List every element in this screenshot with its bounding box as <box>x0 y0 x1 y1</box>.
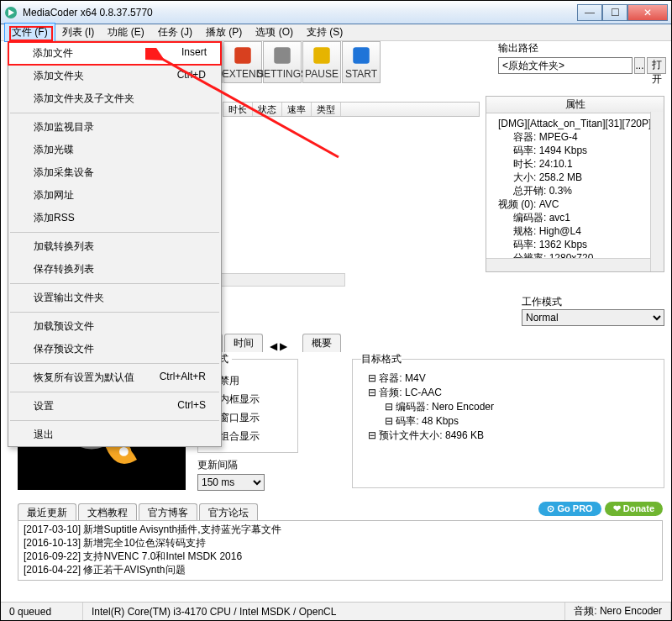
filelist-columns: 时长 状态 速率 类型 <box>223 102 480 117</box>
menuitem[interactable]: 恢复所有设置为默认值Ctrl+Alt+R <box>8 366 221 389</box>
output-label: 输出路径 <box>498 41 666 55</box>
update-interval-group: 更新间隔 150 ms <box>197 458 298 491</box>
menuitem[interactable]: 添加RSS <box>8 207 221 229</box>
news-item: [2017-03-10] 新增Suptitle Avisynth插件,支持蓝光字… <box>24 523 657 536</box>
bottom-tabs: 最近更新 文档教程 官方博客 官方论坛 <box>18 503 260 522</box>
col-type[interactable]: 类型 <box>312 103 341 116</box>
svg-rect-3 <box>274 47 291 64</box>
menu-file[interactable]: 文件 (F) <box>4 23 55 42</box>
target-line: ⊟ 容器: M4V <box>361 371 655 386</box>
app-icon <box>4 6 18 19</box>
news-box: [2017-03-10] 新增Suptitle Avisynth插件,支持蓝光字… <box>18 520 663 581</box>
output-browse-button[interactable]: ... <box>634 57 645 74</box>
update-interval-select[interactable]: 150 ms <box>197 474 265 491</box>
property-line: 规格: High@L4 <box>490 224 660 238</box>
toolbar-settings-button[interactable]: SETTINGS <box>263 41 302 83</box>
menuitem[interactable]: 添加监视目录 <box>8 116 221 139</box>
output-path-input[interactable] <box>498 57 633 74</box>
property-line: 容器: MPEG-4 <box>490 130 660 144</box>
menuitem[interactable]: 加载预设文件 <box>8 315 221 338</box>
menu-list[interactable]: 列表 (I) <box>55 24 102 41</box>
toolbar-pause-button[interactable]: PAUSE <box>302 41 341 83</box>
properties-header: 属性 <box>486 97 664 113</box>
btab-docs[interactable]: 文档教程 <box>78 503 137 522</box>
news-item: [2016-10-13] 新增完全10位色深转码支持 <box>24 536 657 550</box>
file-menu-dropdown: 添加文件Insert添加文件夹Ctrl+D添加文件夹及子文件夹添加监视目录添加光… <box>8 41 222 447</box>
news-item: [2016-04-22] 修正若干AVISynth问题 <box>24 563 657 576</box>
target-line: ⊟ 编码器: Nero Encoder <box>361 400 655 414</box>
property-line: 码率: 1494 Kbps <box>490 144 660 157</box>
tab-time[interactable]: 时间 <box>224 334 263 352</box>
donate-button[interactable]: ❤ Donate <box>605 502 663 516</box>
menuitem[interactable]: 添加文件夹及子文件夹 <box>8 87 221 110</box>
status-cpu: Intel(R) Core(TM) i3-4170 CPU / Intel MS… <box>83 603 565 620</box>
property-line: 大小: 258.2 MB <box>490 171 660 184</box>
window-title: MediaCoder x64 0.8.37.5770 <box>23 7 577 18</box>
svg-rect-5 <box>353 47 370 64</box>
tab-arrows[interactable]: ◀ ▶ <box>270 340 287 352</box>
status-audio: 音频: Nero Encoder <box>565 603 671 620</box>
menubar: 文件 (F) 列表 (I) 功能 (E) 任务 (J) 播放 (P) 选项 (O… <box>1 24 671 41</box>
btab-forum[interactable]: 官方论坛 <box>199 503 258 522</box>
target-format-panel: 目标格式 ⊟ 容器: M4V⊟ 音频: LC-AAC⊟ 编码器: Nero En… <box>352 352 664 488</box>
minimize-button[interactable]: — <box>577 4 602 21</box>
menuitem[interactable]: 保存转换列表 <box>8 258 221 281</box>
workmode-select[interactable]: Normal <box>522 309 664 326</box>
target-line: ⊟ 码率: 48 Kbps <box>361 414 655 429</box>
update-interval-label: 更新间隔 <box>197 458 298 472</box>
target-legend: 目标格式 <box>361 352 402 366</box>
svg-rect-2 <box>234 47 251 64</box>
svg-point-9 <box>118 445 129 457</box>
maximize-button[interactable]: ☐ <box>602 4 627 21</box>
mid-tabstrip: 声音 时间 ◀ ▶ 概要 <box>184 334 488 352</box>
gopro-button[interactable]: ⊙ Go PRO <box>538 502 601 516</box>
workmode-group: 工作模式 Normal <box>522 295 664 326</box>
start-icon <box>349 45 373 66</box>
menuitem[interactable]: 退出 <box>8 424 221 446</box>
menu-options[interactable]: 选项 (O) <box>249 24 300 41</box>
btab-recent[interactable]: 最近更新 <box>18 503 76 522</box>
property-line: 总开销: 0.3% <box>490 184 660 197</box>
target-line: ⊟ 音频: LC-AAC <box>361 386 655 400</box>
property-line: 编码器: avc1 <box>490 211 660 224</box>
menuitem[interactable]: 设置Ctrl+S <box>8 395 221 418</box>
tab-summary[interactable]: 概要 <box>302 334 341 352</box>
toolbar: WIZARDEXTENDSETTINGSPAUSESTART 输出路径 ... … <box>184 41 666 92</box>
menuitem[interactable]: 设置输出文件夹 <box>8 287 221 309</box>
target-line: ⊟ 预计文件大小: 8496 KB <box>361 429 655 443</box>
menuitem[interactable]: 加载转换列表 <box>8 235 221 258</box>
property-line: 视频 (0): AVC <box>490 197 660 211</box>
extend-icon <box>231 45 255 66</box>
menu-support[interactable]: 支持 (S) <box>300 24 349 41</box>
menu-play[interactable]: 播放 (P) <box>199 24 249 41</box>
settings-icon <box>270 45 294 66</box>
property-line: 时长: 24:10.1 <box>490 157 660 171</box>
menuitem[interactable]: 添加采集设备 <box>8 161 221 184</box>
news-item: [2016-09-22] 支持NVENC 7.0和Intel MSDK 2016 <box>24 550 657 563</box>
menuitem[interactable]: 添加文件夹Ctrl+D <box>8 65 221 87</box>
toolbar-start-button[interactable]: START <box>342 41 381 83</box>
col-status[interactable]: 状态 <box>253 103 282 116</box>
col-duration[interactable]: 时长 <box>223 103 253 116</box>
menuitem[interactable]: 添加文件Insert <box>8 41 222 66</box>
properties-panel: 属性 [DMG][Attack_on_Titan][31][720P][GB容器… <box>486 96 664 272</box>
property-line: 码率: 1362 Kbps <box>490 238 660 251</box>
menu-func[interactable]: 功能 (E) <box>101 24 150 41</box>
menuitem[interactable]: 添加网址 <box>8 184 221 207</box>
workmode-label: 工作模式 <box>522 295 664 309</box>
titlebar: MediaCoder x64 0.8.37.5770 — ☐ ✕ <box>1 1 671 24</box>
scrollbar-horizontal[interactable] <box>486 258 650 271</box>
status-queued: 0 queued <box>1 603 83 620</box>
output-open-button[interactable]: 打开 <box>647 57 666 74</box>
scrollbar-vertical[interactable] <box>650 112 664 271</box>
menuitem[interactable]: 添加光碟 <box>8 139 221 161</box>
menu-task[interactable]: 任务 (J) <box>151 24 199 41</box>
statusbar: 0 queued Intel(R) Core(TM) i3-4170 CPU /… <box>1 602 671 620</box>
btab-blog[interactable]: 官方博客 <box>139 503 197 522</box>
col-rate[interactable]: 速率 <box>282 103 312 116</box>
property-line: [DMG][Attack_on_Titan][31][720P][GB <box>490 117 660 130</box>
svg-rect-4 <box>313 47 330 64</box>
menuitem[interactable]: 保存预设文件 <box>8 338 221 360</box>
close-button[interactable]: ✕ <box>627 4 668 21</box>
pause-icon <box>310 45 333 66</box>
